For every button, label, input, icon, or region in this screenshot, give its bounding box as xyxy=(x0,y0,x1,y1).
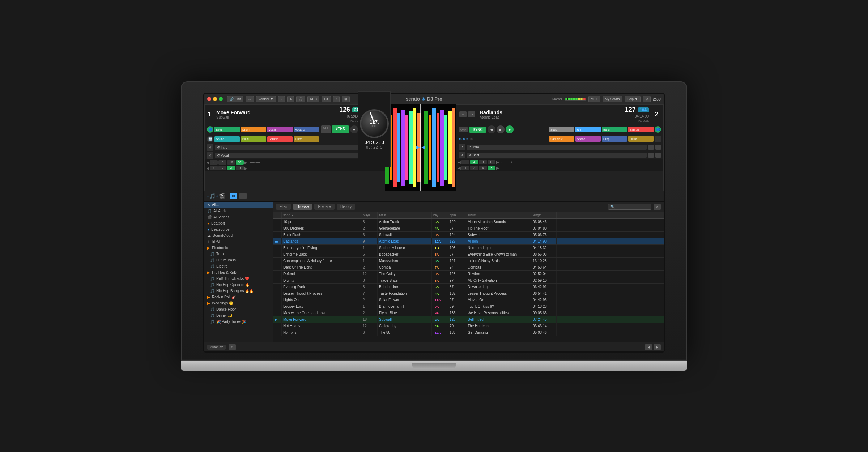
sidebar-item-beatport[interactable]: ● Beatport xyxy=(204,220,273,226)
deck-2-off[interactable]: OFF xyxy=(459,127,468,132)
deck-1-loop-out[interactable]: ⟶ xyxy=(255,161,260,165)
deck-1-loop-in[interactable]: ⟵ xyxy=(250,161,255,165)
deck-1-cue-vocal2[interactable]: Vocal 2 xyxy=(294,127,319,132)
deck-1-prev[interactable]: ⏮ xyxy=(350,125,358,133)
deck-2-next-beat2[interactable]: ▶ xyxy=(496,166,499,170)
table-row[interactable]: 500 Degrees 2 Grenadesafe 4A 87 Tip The … xyxy=(273,225,664,232)
deck-2-sync[interactable]: SYNC xyxy=(469,127,486,133)
deck-1-next-beat[interactable]: ▶ xyxy=(244,161,247,165)
deck-2-waveform-icon[interactable]: 〜 xyxy=(468,111,475,117)
th-song[interactable]: song ▲ xyxy=(282,212,361,218)
sidebar-item-beatsource[interactable]: ● Beatsource xyxy=(204,226,273,233)
deck-2-beat-16[interactable]: 16 xyxy=(488,160,495,164)
table-row[interactable]: Dignity 8 Trade Slater 8A 97 My Only Sal… xyxy=(273,277,664,284)
deck-2-cue-start[interactable]: Start xyxy=(549,127,574,132)
deck-2-loop-intro[interactable]: ↺ Intro xyxy=(467,145,647,150)
deck-2-cue-space[interactable]: Space xyxy=(575,136,601,142)
deck-2-beat-8b[interactable]: 8 xyxy=(488,166,495,170)
sidebar-item-hh-bangers[interactable]: 🎵 Hip Hop Bangers 🔥🔥 xyxy=(204,288,273,294)
deck-2-beat-8[interactable]: 8 xyxy=(479,160,487,164)
table-row[interactable]: Batman you're Flying 1 Suddenly Loose 1B… xyxy=(273,245,664,251)
table-row[interactable]: ▶ Move Forward 18 Subwall 2A 126 Self Ti… xyxy=(273,316,664,323)
deck-2-cue-riff[interactable]: Riff xyxy=(575,127,601,132)
deck-1-cue-sample[interactable]: Sample xyxy=(267,136,293,142)
table-row[interactable]: Defend 12 The Guilty 8A 128 Rhythm 02:52… xyxy=(273,271,664,277)
deck-2-cue[interactable]: ◼ xyxy=(497,125,505,133)
deck-2-beat-4[interactable]: 4 xyxy=(470,160,478,164)
deck-1-sync[interactable]: SYNC xyxy=(332,125,349,133)
deck-1-beat-8[interactable]: 8 xyxy=(218,160,226,165)
table-row[interactable]: Dark Of The Light 2 Comball 7A 94 Combal… xyxy=(273,264,664,271)
th-artist[interactable]: artist xyxy=(378,212,432,218)
shield-button[interactable]: 🛡 xyxy=(246,96,254,102)
add-video-button[interactable]: +🎬 xyxy=(217,193,224,199)
deck-1-loop-intro[interactable]: ↺ Intro xyxy=(215,145,368,150)
deck-1-cue-build[interactable]: Build xyxy=(241,136,266,142)
deck-2-close2-icon[interactable] xyxy=(655,153,661,158)
deck-1-dial[interactable]: 127. REL xyxy=(360,109,389,138)
deck-2-prev-beat[interactable]: ◀ xyxy=(458,160,461,164)
deck-1-cue-vocal[interactable]: Vocal xyxy=(267,127,293,132)
table-row[interactable]: Contemplating A Noisey future 1 Massivei… xyxy=(273,258,664,264)
deck-2-cue-sample2[interactable]: Sample 2 xyxy=(549,136,574,142)
deck-2-prev[interactable]: ⏮ xyxy=(488,125,495,133)
table-row[interactable]: Lights Out 2 Solar Flower 11A 97 Moves O… xyxy=(273,297,664,303)
deck-2-lock-icon[interactable] xyxy=(648,145,654,150)
sidebar-item-dance-floor[interactable]: 🎵 Dance Floor xyxy=(204,306,273,312)
deck-1-beat-16[interactable]: 16 xyxy=(227,160,235,165)
deck-1-loop-vocal[interactable]: ↺ Vocal xyxy=(215,153,368,158)
tab-files[interactable]: Files xyxy=(276,204,291,210)
list-view-button[interactable]: ≡≡ xyxy=(230,193,237,199)
deck-1-beat-8b[interactable]: 8 xyxy=(236,166,244,170)
deck-2-next-beat[interactable]: ▶ xyxy=(496,160,499,164)
grid-button[interactable]: ⊞ xyxy=(342,96,350,102)
sidebar-item-hiphop[interactable]: ▶ Hip Hop & RnB xyxy=(204,269,273,276)
th-album[interactable]: album xyxy=(466,212,531,218)
table-row[interactable]: ■■ Badlands 9 Atomic Load 10A 127 Millio… xyxy=(273,238,664,245)
deck-2-loop-toggle[interactable]: ↺ xyxy=(459,144,465,150)
deck-1-cue-beat[interactable]: Beat xyxy=(214,127,240,132)
table-row[interactable]: Loosey Lucy 1 Brain over a hill 9A 89 hu… xyxy=(273,303,664,310)
tab-prepare[interactable]: Prepare xyxy=(314,204,335,210)
sidebar-item-all[interactable]: ✳ All... xyxy=(204,202,273,208)
deck-1-off[interactable]: OFF xyxy=(321,125,331,133)
deck-1-vocal-toggle[interactable]: ↺ xyxy=(207,152,213,159)
table-row[interactable]: 10 pm 3 Action Track 5A 120 Moon Mountai… xyxy=(273,219,664,225)
th-length[interactable]: length xyxy=(531,212,557,218)
th-plays[interactable]: plays xyxy=(361,212,378,218)
sidebar-item-electro[interactable]: 🎵 Electro xyxy=(204,263,273,269)
deck-1-cue-drum[interactable]: Drum xyxy=(241,127,266,132)
deck-2-settings-icon[interactable]: ≡ xyxy=(459,111,467,117)
deck-2-prev-beat2[interactable]: ◀ xyxy=(458,166,461,170)
sidebar-item-dinner[interactable]: 🎵 Dinner 🌙 xyxy=(204,312,273,319)
tab-history[interactable]: History xyxy=(337,204,355,210)
sidebar-item-hh-openers[interactable]: 🎵 Hip Hop Openers 🔥 xyxy=(204,282,273,288)
deck-1-cue-sound[interactable]: Sound xyxy=(214,136,240,142)
grid-view-button[interactable]: ☰ xyxy=(239,193,247,199)
deck-2-beat-1[interactable]: 1 xyxy=(461,166,469,170)
deck-1-beat-4[interactable]: 4 xyxy=(210,160,218,165)
sidebar-item-electronic[interactable]: ▶ Electronic xyxy=(204,245,273,251)
table-row[interactable]: Bring me Back 5 Bobabacker 8A 87 Everyth… xyxy=(273,251,664,258)
rec-button[interactable]: REC xyxy=(307,96,319,102)
sidebar-item-future-bass[interactable]: 🎵 Future Bass xyxy=(204,257,273,263)
deck-2-lock2-icon[interactable] xyxy=(648,153,654,158)
autoplay-settings-icon[interactable]: ✳ xyxy=(229,344,236,350)
deck2-button[interactable]: 2 xyxy=(278,96,285,102)
help-button[interactable]: Help ▼ xyxy=(625,96,641,102)
sidebar-item-tidal[interactable]: + TiDAL xyxy=(204,239,273,245)
deck-1-next-beat2[interactable]: ▶ xyxy=(244,166,247,170)
deck-1-cue-outro[interactable]: Outro xyxy=(294,136,319,142)
table-row[interactable]: Evening Dark 3 Bobabacker 5A 87 Downsett… xyxy=(273,284,664,290)
my-serato-button[interactable]: My Serato xyxy=(603,96,622,102)
mode-dropdown[interactable]: Vertical ▼ xyxy=(256,96,276,102)
deck-2-close-icon[interactable] xyxy=(655,145,661,150)
deck-1-loop-toggle[interactable]: ↺ xyxy=(207,144,213,151)
add-music-button[interactable]: +🎵 xyxy=(207,193,214,199)
sidebar-item-rock[interactable]: ▶ Rock n Roll 🎸 xyxy=(204,294,273,300)
deck-2-play[interactable]: ▶ xyxy=(506,125,514,133)
deck-1-beat-4b[interactable]: 4 xyxy=(227,166,235,170)
sidebar-item-audio[interactable]: 🎵 All Audio... xyxy=(204,208,273,214)
table-row[interactable]: Lesser Thought Process 7 Taste Foundatio… xyxy=(273,290,664,297)
link-button[interactable]: 🔗 Link xyxy=(227,96,243,102)
